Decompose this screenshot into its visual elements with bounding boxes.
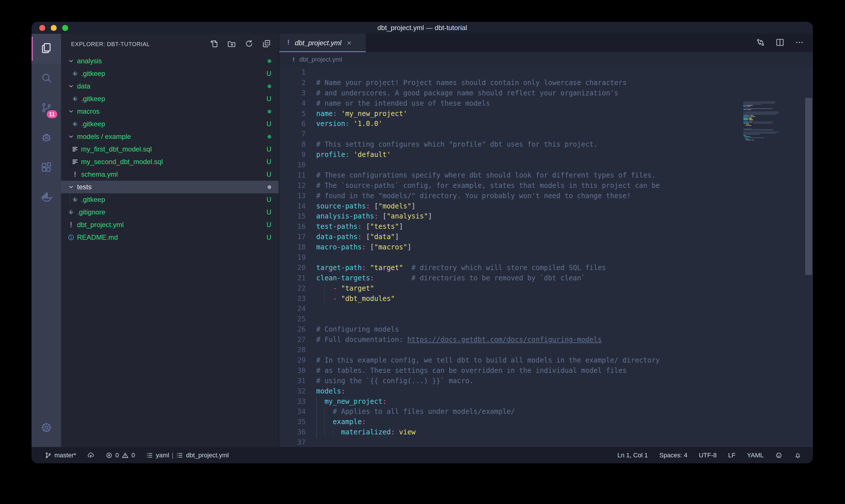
tree-item-my-second-dbt-model-sql[interactable]: my_second_dbt_model.sqlU [61,156,279,168]
git-file-icon [71,120,79,128]
tree-item--gitkeep[interactable]: .gitkeepU [61,92,279,105]
status-git-branch[interactable]: master* [44,452,76,459]
tree-item-macros[interactable]: macros [61,105,279,118]
minimap-line [743,108,773,109]
line-number: 16 [279,222,306,232]
activity-item-settings[interactable] [32,413,61,443]
activity-item-search[interactable] [32,64,61,93]
minimap[interactable] [743,101,793,143]
tree-item-label: models / example [77,132,131,141]
vscode-window: dbt_project.yml — dbt-tutorial 11 EXPLOR… [32,22,813,463]
code-line: # In this example config, we tell dbt to… [316,355,660,366]
activity-item-explorer[interactable] [32,34,61,64]
status-indentation[interactable]: Spaces: 4 [659,452,687,459]
git-file-icon [67,209,75,216]
status-problems[interactable]: 00 [105,452,135,459]
refresh-explorer-icon[interactable] [244,39,254,50]
tree-item-label: .gitkeep [81,196,105,204]
status-eol-sequence[interactable]: LF [728,452,736,459]
cloud-up-icon [87,452,94,459]
tree-item-schema-yml[interactable]: schema.ymlU [61,168,279,181]
chevron-down-icon [67,183,75,191]
tree-item-data[interactable]: data [61,80,279,92]
minimap-line [743,115,749,116]
activity-item-extensions[interactable] [32,153,61,183]
status-encoding[interactable]: UTF-8 [699,452,717,459]
status-feedback[interactable] [775,452,783,459]
close-window-button[interactable] [39,25,45,31]
status-yaml-schema-status[interactable]: yaml|dbt_project.yml [146,452,229,459]
line-number: 8 [279,140,306,150]
new-folder-icon[interactable] [227,39,236,50]
chevron-down-icon [67,57,75,65]
minimap-line [743,114,776,114]
code-line: test-paths: ["tests"] [316,222,660,232]
code-line [316,160,660,170]
activity-item-run-debug[interactable] [32,123,61,153]
code-line: materialized: view [316,427,660,437]
tree-item-dbt-project-yml[interactable]: dbt_project.ymlU [61,218,279,231]
status-cursor-position[interactable]: Ln 1, Col 1 [617,452,648,459]
status-notifications[interactable] [794,452,802,459]
minimap-line [743,135,746,136]
code-line: # as tables. These settings can be overr… [316,366,660,376]
tree-item--gitignore[interactable]: .gitignoreU [61,206,279,218]
tree-item--gitkeep[interactable]: .gitkeepU [61,193,279,206]
bell-icon [794,452,802,459]
minimize-window-button[interactable] [51,25,57,31]
code-editor[interactable]: 1234567891011121314151617181920212223242… [279,67,813,447]
indent-guide [325,284,325,304]
minimap-line [743,120,748,120]
minimap-line [745,139,748,139]
tree-item-tests[interactable]: tests [61,181,279,193]
minimap-line [749,118,752,118]
activity-item-source-control[interactable]: 11 [32,93,61,123]
minimap-line [753,120,753,120]
search-icon [40,72,53,85]
code-line: - "dbt_modules" [316,294,660,304]
line-number: 22 [279,284,306,294]
breadcrumb[interactable]: dbt_project.yml [279,52,813,67]
git-modified-dot [268,85,271,88]
minimap-line [746,140,751,140]
minimap-line [743,118,748,118]
close-tab-icon[interactable] [346,40,352,46]
tree-item-label: my_second_dbt_model.sql [81,158,163,166]
activity-item-docker[interactable] [32,183,61,213]
editor-group: dbt_project.yml dbt_project.yml 12345678… [279,34,813,447]
new-file-icon[interactable] [210,39,219,50]
tree-item-analysis[interactable]: analysis [61,55,279,67]
minimap-line [750,115,753,116]
collapse-folders-icon[interactable] [262,39,271,50]
info-file-icon [67,234,75,241]
tree-item-models-example[interactable]: models / example [61,130,279,143]
split-editor-icon[interactable] [775,37,785,48]
line-number: 3 [279,88,306,98]
code-line: data-paths: ["data"] [316,232,660,242]
git-untracked-badge: U [266,95,271,103]
tree-item-readme-md[interactable]: README.mdU [61,231,279,244]
tab-dbt-project-yml[interactable]: dbt_project.yml [279,34,366,52]
minimap-line [743,104,761,105]
minimap-line [743,102,776,102]
maximize-window-button[interactable] [62,25,68,31]
minimap-line [748,120,749,120]
code-line: # name or the intended use of these mode… [316,98,660,109]
tree-item--gitkeep[interactable]: .gitkeepU [61,118,279,130]
minimap-line [749,123,750,123]
code-line: example: [316,417,660,427]
status-sync-changes[interactable] [87,452,94,459]
tree-item-my-first-dbt-model-sql[interactable]: my_first_dbt_model.sqlU [61,143,279,156]
tree-item--gitkeep[interactable]: .gitkeepU [61,67,279,80]
status-language-mode[interactable]: YAML [747,452,763,459]
sql-file-icon [71,145,79,153]
open-changes-icon[interactable] [756,37,766,48]
vertical-scrollbar[interactable] [805,98,812,275]
status-text: 0 [131,452,135,459]
more-actions-icon[interactable] [795,37,804,48]
minimap-line [748,139,749,139]
minimap-line [745,125,745,126]
minimap-line [746,135,747,136]
explorer-icon [40,42,53,56]
minimap-line [748,118,748,118]
